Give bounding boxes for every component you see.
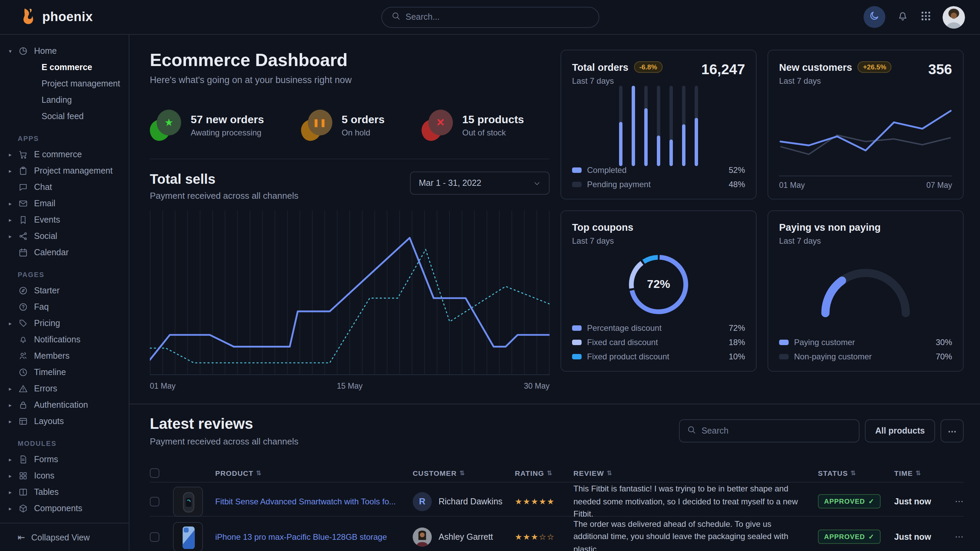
customer-avatar[interactable]: R: [413, 492, 432, 511]
clipboard-icon: [18, 166, 28, 176]
legend-swatch: [572, 354, 582, 359]
apps-menu-button[interactable]: [920, 10, 932, 24]
brand-logo[interactable]: phoenix: [19, 7, 93, 27]
legend-swatch: [779, 354, 789, 359]
sidebar-item-members[interactable]: Members: [0, 348, 129, 364]
sidebar-item-layouts[interactable]: ▸ Layouts: [0, 413, 129, 429]
row-more-button[interactable]: ⋯: [943, 497, 964, 507]
chevron-right-icon: ▸: [9, 456, 11, 462]
global-search-input[interactable]: [406, 12, 589, 22]
cube-icon: [18, 504, 28, 513]
lock-icon: [18, 400, 28, 410]
paying-gauge-chart: [779, 246, 952, 338]
bell-icon: [896, 9, 909, 25]
legend-swatch: [572, 340, 582, 345]
sidebar-section-modules: MODULES: [18, 440, 129, 447]
product-link[interactable]: iPhone 13 pro max-Pacific Blue-128GB sto…: [215, 532, 413, 541]
sidebar-item-project-management[interactable]: ▸ Project management: [0, 163, 129, 179]
customer-avatar[interactable]: [413, 527, 432, 546]
sidebar-item-ecommerce-home[interactable]: E commerce: [0, 59, 129, 76]
new-customers-chart: [779, 86, 952, 173]
column-customer[interactable]: CUSTOMER⇅: [413, 469, 515, 477]
cart-icon: [18, 150, 28, 159]
column-product[interactable]: PRODUCT⇅: [215, 469, 413, 477]
reviews-search-input[interactable]: [702, 426, 851, 436]
sidebar-item-timeline[interactable]: Timeline: [0, 364, 129, 381]
column-status[interactable]: STATUS⇅: [818, 469, 894, 477]
chevron-right-icon: ▸: [9, 402, 11, 408]
notifications-button[interactable]: [896, 9, 909, 25]
calendar-icon: [18, 248, 28, 257]
sidebar-item-errors[interactable]: ▸ Errors: [0, 381, 129, 397]
search-icon: [391, 11, 400, 23]
row-more-button[interactable]: ⋯: [943, 532, 964, 542]
select-all-checkbox[interactable]: [150, 468, 159, 478]
tag-icon: [18, 319, 28, 328]
sidebar-item-components[interactable]: ▸ Components: [0, 500, 129, 517]
column-review[interactable]: REVIEW⇅: [573, 469, 818, 477]
sidebar-item-label: Home: [34, 46, 57, 56]
share-icon: [18, 232, 28, 241]
total-sells-title: Total sells: [150, 171, 298, 187]
chevron-right-icon: ▸: [9, 233, 11, 239]
total-sells-subtitle: Payment received across all channels: [150, 191, 298, 201]
stat-new-orders: ★ 57 new orders Awating processing: [150, 110, 264, 141]
global-search[interactable]: [381, 6, 599, 27]
sidebar-item-icons[interactable]: ▸ Icons: [0, 468, 129, 484]
sort-icon: ⇅: [851, 470, 856, 476]
total-sells-x-axis: 01 May 15 May 30 May: [150, 382, 550, 390]
all-products-button[interactable]: All products: [865, 419, 935, 442]
sidebar-item-tables[interactable]: ▸ Tables: [0, 484, 129, 500]
sidebar-item-chat[interactable]: Chat: [0, 179, 129, 195]
product-thumbnail-iphone[interactable]: [173, 522, 203, 551]
navbar-actions: [864, 6, 965, 28]
sidebar-item-calendar[interactable]: Calendar: [0, 245, 129, 261]
total-sells-section: Total sells Payment received across all …: [150, 159, 550, 390]
sidebar-item-home[interactable]: ▾ Home: [0, 43, 129, 59]
chevron-right-icon: ▸: [9, 320, 11, 326]
row-checkbox[interactable]: [150, 532, 159, 541]
total-orders-card: Total orders -6.8% Last 7 days 16,247: [560, 50, 757, 199]
collapse-sidebar-button[interactable]: ⇤ Collapsed View: [0, 523, 129, 551]
bookmark-icon: [18, 215, 28, 225]
paying-vs-nonpaying-card: Paying vs non paying Last 7 days Paying …: [767, 210, 964, 372]
reviews-more-button[interactable]: ⋯: [940, 419, 964, 442]
legend-swatch: [572, 182, 582, 187]
column-time[interactable]: TIME⇅: [894, 469, 943, 477]
sidebar-item-social-feed[interactable]: Social feed: [0, 108, 129, 125]
product-thumbnail-fitbit[interactable]: [173, 487, 203, 517]
sidebar-item-events[interactable]: ▸ Events: [0, 212, 129, 228]
row-checkbox[interactable]: [150, 497, 159, 507]
sidebar-item-pricing[interactable]: ▸ Pricing: [0, 315, 129, 332]
chevron-right-icon: ▸: [9, 489, 11, 495]
theme-toggle-button[interactable]: [864, 6, 885, 28]
chevron-right-icon: ▸: [9, 200, 11, 206]
chevron-down-icon: [533, 179, 541, 187]
sidebar-item-ecommerce[interactable]: ▸ E commerce: [0, 146, 129, 163]
sidebar-item-notifications[interactable]: Notifications: [0, 332, 129, 348]
check-icon: ✓: [868, 498, 875, 505]
legend-fixed-card-discount: Fixed card discount 18%: [572, 338, 745, 347]
search-icon: [687, 425, 696, 437]
sidebar-item-authentication[interactable]: ▸ Authentication: [0, 397, 129, 413]
sidebar-item-faq[interactable]: Faq: [0, 299, 129, 315]
sidebar-item-starter[interactable]: Starter: [0, 283, 129, 299]
product-link[interactable]: Fitbit Sense Advanced Smartwatch with To…: [215, 497, 413, 507]
reviews-search[interactable]: [679, 419, 859, 442]
column-rating[interactable]: RATING⇅: [515, 469, 573, 477]
sidebar-item-social[interactable]: ▸ Social: [0, 228, 129, 245]
user-avatar[interactable]: [943, 6, 965, 28]
app: phoenix: [0, 0, 980, 551]
sidebar-item-forms[interactable]: ▸ Forms: [0, 451, 129, 468]
date-range-select[interactable]: Mar 1 - 31, 2022: [410, 171, 550, 195]
order-stats: ★ 57 new orders Awating processing ❚❚: [150, 110, 550, 141]
sidebar-item-project-management-home[interactable]: Project management: [0, 76, 129, 92]
on-hold-pause-icon: ❚❚: [301, 110, 332, 141]
sort-icon: ⇅: [459, 470, 465, 476]
members-icon: [18, 351, 28, 361]
brand-name: phoenix: [42, 10, 93, 24]
sidebar-item-landing[interactable]: Landing: [0, 92, 129, 108]
chevron-right-icon: ▸: [9, 505, 11, 511]
sidebar-item-email[interactable]: ▸ Email: [0, 195, 129, 212]
document-icon: [18, 455, 28, 464]
